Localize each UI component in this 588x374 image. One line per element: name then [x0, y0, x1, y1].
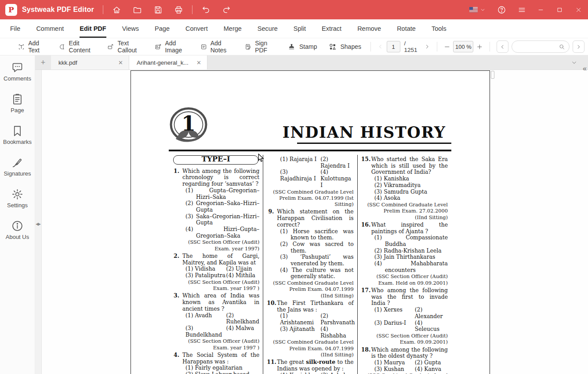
redo-icon[interactable] — [222, 5, 231, 15]
question: 10.The First Tirthankara of the Jains wa… — [267, 300, 353, 358]
tab-list-dropdown-icon[interactable] — [571, 59, 577, 66]
tool-edit-content[interactable]: Edit Content — [53, 40, 102, 54]
minimize-button[interactable] — [537, 7, 544, 13]
option: (3) Saka–Gregorian–Hizri–Gupta — [172, 213, 259, 226]
question-source: Exam. Held on 09.09.2001) — [361, 280, 448, 286]
question-source: (SSC Combined Graduate Level — [267, 339, 353, 345]
tool-label: Stamp — [299, 43, 317, 50]
option: (3) Bundelkhand — [185, 325, 226, 338]
language-selector[interactable] — [469, 7, 486, 13]
next-page-button[interactable] — [424, 44, 430, 50]
help-icon[interactable] — [497, 5, 506, 15]
tool-stamp[interactable]: Stamp — [282, 43, 323, 51]
menu-item-merge[interactable]: Merge — [224, 19, 242, 38]
new-tab-button[interactable]: + — [35, 55, 51, 70]
search-icon — [559, 44, 565, 50]
question-source: Exam. year 1997 ) — [172, 345, 259, 351]
maximize-button[interactable] — [556, 7, 563, 13]
prev-page-button[interactable] — [377, 44, 384, 50]
menu-item-comment[interactable]: Comment — [36, 19, 64, 38]
tab-label: Arihant-general_k... — [137, 59, 189, 66]
divider — [103, 5, 103, 14]
collapse-panel-icon[interactable]: « — [583, 65, 587, 72]
menu-item-tools[interactable]: Tools — [432, 19, 446, 38]
app-logo: P — [5, 4, 17, 16]
sidebar-item-signatures[interactable]: Signatures — [4, 156, 31, 177]
tool-add-image[interactable]: Add Image — [149, 40, 194, 54]
sidebar-item-about-us[interactable]: About Us — [6, 220, 29, 240]
search-next-button[interactable] — [573, 40, 584, 53]
sidebar-item-settings[interactable]: Settings — [7, 188, 28, 209]
search-box[interactable] — [512, 40, 569, 53]
option: (2) Ujjain — [226, 266, 260, 272]
sidebar-item-comments[interactable]: Comments — [4, 61, 31, 82]
home-icon[interactable] — [112, 5, 121, 15]
question: 16.What inspired the paintings of Ajanta… — [361, 222, 448, 286]
question-text: Which among the following is the oldest … — [371, 347, 448, 359]
pdf-page[interactable]: 1 INDIAN HISTORY TYPE–I1.Which among the… — [131, 70, 490, 374]
search-prev-button[interactable] — [497, 40, 508, 53]
tab-label: kkk.pdf — [58, 59, 77, 66]
question-number: 1. — [172, 168, 182, 187]
document-tab-kkk-pdf[interactable]: kkk.pdf✕ — [51, 55, 129, 70]
shapes-icon — [328, 43, 337, 51]
tool-label: Add Image — [165, 40, 189, 54]
option: (2) Gupta — [415, 359, 448, 366]
menu-item-edit-pdf[interactable]: Edit PDF — [80, 19, 106, 38]
tab-close-icon[interactable]: ✕ — [196, 60, 201, 66]
option: (1) Compassionate Buddha — [361, 235, 448, 247]
mouse-cursor — [258, 154, 265, 165]
sidebar-item-label: Signatures — [4, 170, 31, 177]
save-icon[interactable] — [153, 5, 163, 15]
zoom-in-button[interactable] — [476, 44, 483, 50]
option: (4) Kulottunga I — [320, 169, 353, 188]
tool-label: Text Callout — [118, 40, 144, 54]
tool-label: Shapes — [340, 43, 361, 50]
page-number-input[interactable] — [387, 41, 400, 52]
option: (3) Pataliputra — [185, 272, 226, 279]
sidebar-item-label: Page — [11, 107, 24, 114]
tool-add-notes[interactable]: Add Notes — [195, 40, 239, 54]
question-source: Prelim Exam. 04.07.1999 — [267, 286, 353, 292]
undo-icon[interactable] — [201, 5, 211, 15]
scrollbar-thumb[interactable] — [491, 71, 494, 79]
option: (1) Kanishka — [280, 372, 320, 374]
menu-item-secure[interactable]: Secure — [258, 19, 278, 38]
menu-item-remove[interactable]: Remove — [357, 19, 381, 38]
search-input[interactable] — [517, 43, 558, 51]
pdf-column-2: (1) Rajaraja I(2) Rajendra I(3) Rajadhir… — [263, 155, 357, 374]
menu-icon[interactable] — [518, 6, 526, 14]
menu-item-split[interactable]: Split — [294, 19, 306, 38]
print-icon[interactable] — [174, 5, 183, 15]
close-button[interactable] — [575, 7, 582, 13]
zoom-out-button[interactable] — [444, 44, 450, 50]
divider — [370, 42, 371, 51]
tool-shapes[interactable]: Shapes — [323, 43, 367, 51]
panel-resize-handle[interactable]: ◀▶ — [36, 222, 40, 226]
question-source: Prelim Exam. 04.07.1999 (Ist Sitting) — [267, 195, 353, 208]
open-file-icon[interactable] — [133, 5, 142, 15]
menu-item-file[interactable]: File — [10, 19, 20, 38]
tool-add-text[interactable]: Add Text — [12, 40, 53, 54]
menu-item-rotate[interactable]: Rotate — [397, 19, 416, 38]
add-image-icon — [155, 43, 161, 51]
tab-close-icon[interactable]: ✕ — [118, 60, 123, 66]
menu-item-extract[interactable]: Extract — [322, 19, 341, 38]
zoom-level[interactable]: 100 % — [453, 41, 473, 52]
question-text: Which among the following chronology is … — [182, 168, 259, 187]
option: (1) Arishtanemi — [280, 313, 320, 326]
tool-label: Edit Content — [69, 40, 96, 54]
tool-text-callout[interactable]: Text Callout — [102, 40, 149, 54]
tool-sign-pdf[interactable]: Sign PDF — [239, 40, 282, 54]
menu-item-convert[interactable]: Convert — [185, 19, 208, 38]
question-text: The great silk-route to the Indians was … — [277, 359, 353, 372]
option: (4) The culture was not generally static… — [267, 267, 353, 280]
option: (2) Radha-Krishan Leela — [361, 248, 448, 254]
sidebar-item-bookmarks[interactable]: Bookmarks — [3, 125, 32, 145]
bookmarks-icon — [11, 125, 24, 137]
document-tab-arihant-general-k[interactable]: Arihant-general_k...✕ — [129, 55, 207, 70]
menu-item-views[interactable]: Views — [122, 19, 139, 38]
sidebar-item-page[interactable]: Page — [11, 93, 24, 114]
menu-item-page[interactable]: Page — [155, 19, 170, 38]
option: (2) Ashoka — [320, 372, 353, 374]
